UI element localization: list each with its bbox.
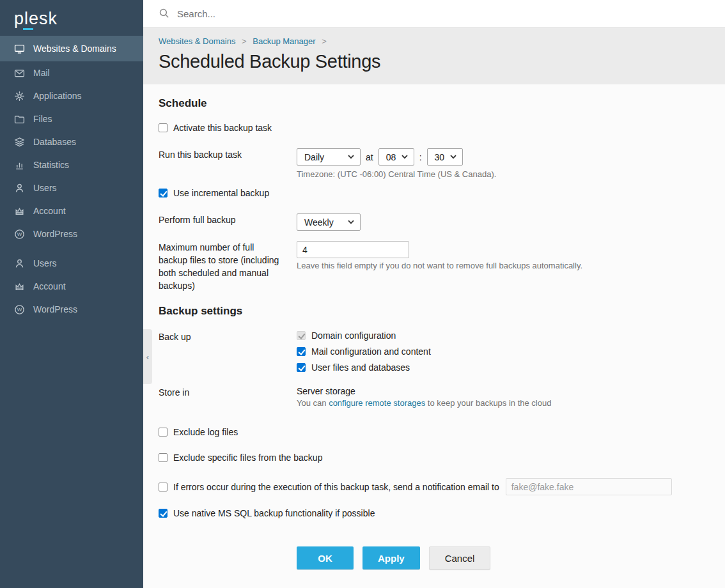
store-in-label: Store in [159,386,297,408]
notify-email-input[interactable] [506,478,672,495]
backup-content-row: Back up Domain configuration Mail config… [159,330,710,378]
page-header: Websites & Domains > Backup Manager > Sc… [143,28,725,84]
sidebar-collapse-handle[interactable]: ‹ [143,329,152,384]
sidebar-item-label: Account [33,281,66,291]
layers-icon [14,137,25,148]
backup-settings-heading: Backup settings [159,305,710,318]
exclude-files-label[interactable]: Exclude specific files from the backup [173,453,322,463]
sidebar-item-label: Users [33,258,57,268]
exclude-logs-label[interactable]: Exclude log files [173,427,238,437]
sidebar-item-label: Mail [33,68,50,78]
minute-select[interactable]: 30 [427,148,463,166]
chevron-down-icon [450,155,456,159]
period-select[interactable]: Daily [297,148,361,166]
breadcrumb-backup-manager[interactable]: Backup Manager [253,36,315,46]
full-backup-period-select[interactable]: Weekly [297,213,361,231]
sidebar: plesk Websites & Domains Mail Applicatio… [0,0,143,588]
chevron-down-icon [348,220,354,224]
folder-icon [14,114,25,125]
sidebar-item-account-2[interactable]: Account [0,275,143,298]
wordpress-icon: W [14,304,25,315]
sidebar-item-users-2[interactable]: Users [0,252,143,275]
hour-select-value: 08 [386,152,396,162]
mssql-row: Use native MS SQL backup functionality i… [159,508,710,518]
sidebar-item-label: WordPress [33,229,77,239]
sidebar-item-label: Statistics [33,160,69,170]
activate-backup-label[interactable]: Activate this backup task [173,123,272,133]
domain-config-row: Domain configuration [297,330,710,341]
chevron-down-icon [401,155,408,159]
schedule-heading: Schedule [159,97,710,110]
sidebar-item-label: Databases [33,137,76,147]
incremental-backup-label[interactable]: Use incremental backup [173,188,269,198]
settings-form: Schedule Activate this backup task Run t… [143,84,725,588]
mssql-label[interactable]: Use native MS SQL backup functionality i… [173,508,375,518]
notify-email-label[interactable]: If errors occur during the execution of … [173,482,499,492]
sidebar-item-statistics[interactable]: Statistics [0,153,143,176]
max-full-backups-row: Maximum number of full backup files to s… [159,241,710,292]
ok-button[interactable]: OK [297,546,354,569]
store-in-value: Server storage [297,386,710,396]
store-hint-prefix: You can [297,398,329,408]
sidebar-item-users[interactable]: Users [0,176,143,199]
max-full-backups-input[interactable] [297,241,409,258]
incremental-backup-checkbox[interactable] [159,189,168,197]
main-area: Websites & Domains > Backup Manager > Sc… [143,0,725,588]
plesk-logo: plesk [0,0,143,36]
activate-backup-row: Activate this backup task [159,123,710,133]
activate-backup-checkbox[interactable] [159,123,168,132]
sidebar-item-files[interactable]: Files [0,107,143,130]
incremental-backup-row: Use incremental backup [159,188,710,198]
backup-content-label: Back up [159,330,297,378]
user-files-label[interactable]: User files and databases [311,362,410,373]
minute-select-value: 30 [435,152,445,162]
sidebar-item-label: Applications [33,91,82,101]
exclude-files-checkbox[interactable] [159,453,168,462]
sidebar-item-websites-domains[interactable]: Websites & Domains [0,36,143,61]
breadcrumb-separator: > [242,36,247,46]
search-bar [143,0,725,28]
user-files-checkbox[interactable] [297,363,306,372]
monitor-icon [14,43,25,54]
mail-config-checkbox[interactable] [297,347,306,356]
breadcrumb-separator: > [322,36,327,46]
sidebar-item-databases[interactable]: Databases [0,130,143,153]
crown-icon [14,281,25,292]
mail-config-label[interactable]: Mail configuration and content [311,346,431,357]
user-icon [14,183,25,194]
exclude-logs-checkbox[interactable] [159,428,168,437]
user-icon [14,258,25,269]
domain-config-checkbox [297,331,306,340]
sidebar-item-wordpress-2[interactable]: W WordPress [0,298,143,321]
breadcrumb-websites-domains[interactable]: Websites & Domains [159,36,235,46]
notify-email-checkbox[interactable] [159,483,168,491]
search-input[interactable] [177,8,433,19]
sidebar-item-label: Users [33,183,57,193]
sidebar-item-applications[interactable]: Applications [0,84,143,107]
full-backup-row: Perform full backup Weekly [159,213,710,231]
domain-config-label: Domain configuration [311,330,396,341]
user-files-row: User files and databases [297,362,710,373]
sidebar-group-gap [0,245,143,252]
full-backup-period-value: Weekly [304,217,334,228]
sidebar-item-account[interactable]: Account [0,199,143,222]
apply-button[interactable]: Apply [362,546,420,569]
full-backup-label: Perform full backup [159,213,297,231]
search-icon [159,8,169,20]
sidebar-item-mail[interactable]: Mail [0,61,143,84]
colon-text: : [419,152,422,162]
sidebar-item-label: Websites & Domains [33,43,116,54]
sidebar-item-label: Files [33,114,52,124]
configure-remote-storages-link[interactable]: configure remote storages [329,398,425,408]
mssql-checkbox[interactable] [159,509,168,518]
store-in-row: Store in Server storage You can configur… [159,386,710,408]
plesk-logo-text: plesk [14,9,58,28]
hour-select[interactable]: 08 [378,148,414,166]
mail-icon [14,68,25,79]
cancel-button[interactable]: Cancel [429,546,491,569]
bar-chart-icon [14,160,25,171]
sidebar-item-label: Account [33,206,66,216]
max-full-backups-hint: Leave this field empty if you do not wan… [297,261,710,270]
sidebar-item-wordpress[interactable]: W WordPress [0,222,143,245]
wordpress-icon: W [14,229,25,240]
